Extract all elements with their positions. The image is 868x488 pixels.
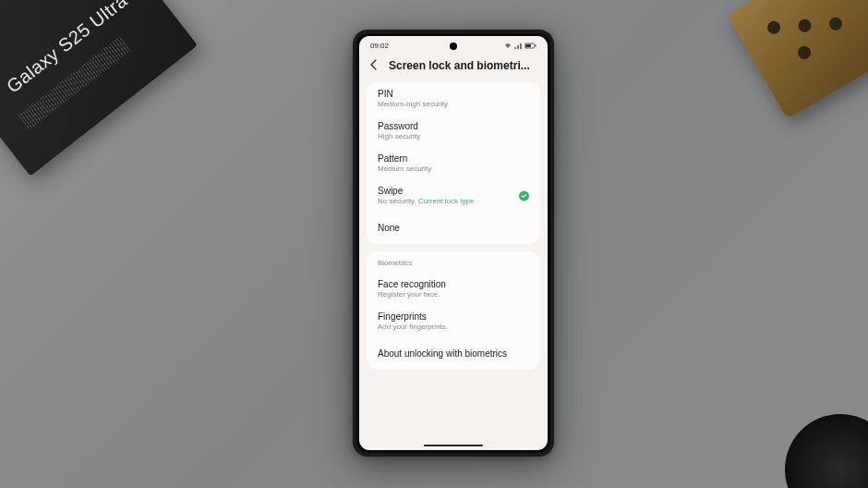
wifi-icon: [504, 43, 512, 50]
lock-option-password[interactable]: Password High security: [367, 115, 540, 147]
svg-rect-2: [536, 44, 536, 46]
phone-device: 09:02 Screen lock and bio: [353, 30, 554, 457]
item-subtitle: Add your fingerprints.: [378, 323, 529, 331]
item-subtitle: Medium-high security: [378, 100, 529, 108]
item-subtitle: No security. Current lock type: [378, 197, 529, 205]
page-header: Screen lock and biometri...: [359, 53, 548, 82]
item-title: PIN: [378, 89, 529, 99]
item-subtitle: Register your face.: [378, 290, 529, 299]
product-box: Galaxy S25 Ultra: [0, 0, 198, 177]
signal-icon: [514, 43, 522, 50]
status-icons: [504, 43, 536, 50]
about-biometrics[interactable]: About unlocking with biometrics: [367, 337, 540, 370]
item-subtitle: High security: [378, 132, 529, 140]
item-title: Password: [378, 121, 529, 131]
item-title: About unlocking with biometrics: [378, 348, 529, 359]
current-lock-indicator: Current lock type: [418, 197, 474, 205]
check-icon: [519, 190, 529, 201]
camera-cutout: [450, 43, 457, 50]
svg-rect-1: [525, 44, 531, 47]
back-button[interactable]: [368, 58, 380, 73]
item-title: None: [378, 223, 529, 233]
gesture-bar[interactable]: [424, 445, 483, 446]
status-time: 09:02: [370, 42, 389, 50]
dark-round-object: [785, 414, 868, 488]
wooden-object: [728, 0, 868, 119]
lock-option-pattern[interactable]: Pattern Medium security: [367, 147, 540, 179]
lock-option-none[interactable]: None: [367, 212, 540, 244]
page-title: Screen lock and biometri...: [389, 59, 530, 72]
lock-option-swipe[interactable]: Swipe No security. Current lock type: [367, 179, 540, 212]
section-header-biometrics: Biometrics: [367, 251, 540, 273]
item-title: Face recognition: [378, 279, 529, 289]
lock-type-section: PIN Medium-high security Password High s…: [367, 82, 540, 244]
biometric-face[interactable]: Face recognition Register your face.: [367, 273, 540, 305]
phone-screen: 09:02 Screen lock and bio: [359, 36, 548, 450]
lock-option-pin[interactable]: PIN Medium-high security: [367, 82, 540, 115]
item-title: Pattern: [378, 153, 529, 164]
biometrics-section: Biometrics Face recognition Register you…: [367, 251, 540, 370]
biometric-fingerprints[interactable]: Fingerprints Add your fingerprints.: [367, 305, 540, 337]
item-subtitle: Medium security: [378, 165, 529, 173]
battery-icon: [524, 43, 536, 50]
item-title: Swipe: [378, 186, 529, 196]
item-title: Fingerprints: [378, 311, 529, 322]
